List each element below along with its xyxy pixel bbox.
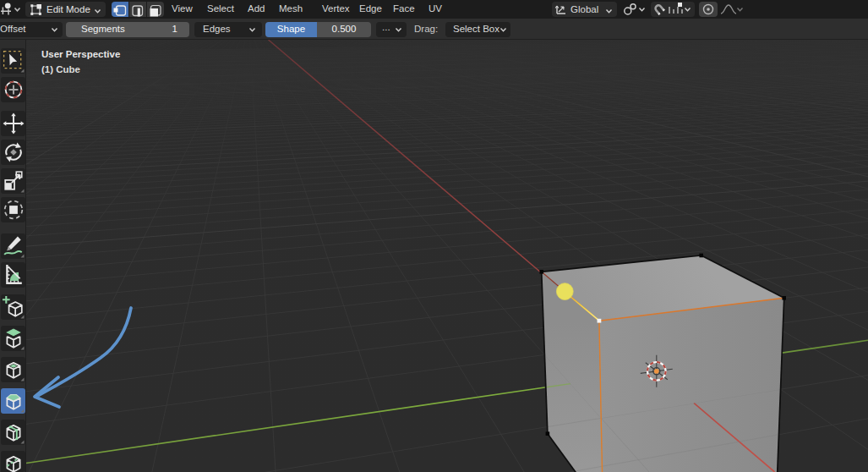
- svg-text:(1) Cube: (1) Cube: [41, 64, 80, 74]
- svg-text:User Perspective: User Perspective: [41, 49, 120, 59]
